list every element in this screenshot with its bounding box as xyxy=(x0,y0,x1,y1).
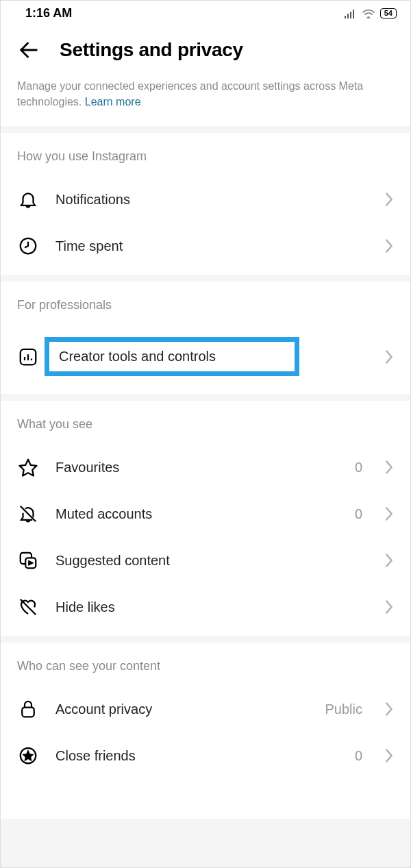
suggested-content-icon xyxy=(17,549,39,571)
row-favourites[interactable]: Favourites 0 xyxy=(1,444,410,491)
row-label: Suggested content xyxy=(55,553,368,569)
bell-icon xyxy=(17,188,39,210)
section-usage: How you use Instagram Notifications Time… xyxy=(1,133,410,275)
row-value: Public xyxy=(325,702,362,717)
insights-icon xyxy=(17,346,39,368)
svg-rect-0 xyxy=(345,16,346,18)
row-value: 0 xyxy=(355,460,362,475)
learn-more-link[interactable]: Learn more xyxy=(85,96,141,108)
description-text: Manage your connected experiences and ac… xyxy=(17,80,363,108)
row-notifications[interactable]: Notifications xyxy=(1,176,410,223)
status-bar: 1:16 AM 54 xyxy=(1,1,410,26)
status-time: 1:16 AM xyxy=(25,6,72,21)
row-label: Muted accounts xyxy=(55,506,338,522)
row-value: 0 xyxy=(355,506,362,522)
row-hide-likes[interactable]: Hide likes xyxy=(1,584,410,630)
row-label: Favourites xyxy=(55,460,338,475)
highlight-creator-tools: Creator tools and controls xyxy=(45,337,299,376)
star-icon xyxy=(17,456,39,478)
row-suggested-content[interactable]: Suggested content xyxy=(1,537,410,584)
signal-icon xyxy=(345,9,357,18)
lock-icon xyxy=(17,698,39,720)
chevron-right-icon xyxy=(384,192,394,207)
heart-off-icon xyxy=(17,596,39,618)
row-close-friends[interactable]: Close friends 0 xyxy=(1,732,410,779)
svg-rect-3 xyxy=(353,10,354,18)
chevron-right-icon xyxy=(384,506,394,521)
row-label: Account privacy xyxy=(55,702,309,717)
wifi-icon xyxy=(362,9,375,18)
status-indicators: 54 xyxy=(345,8,397,18)
row-muted-accounts[interactable]: Muted accounts 0 xyxy=(1,491,410,537)
svg-marker-10 xyxy=(20,460,37,476)
bell-off-icon xyxy=(17,503,39,525)
page-header: Settings and privacy xyxy=(1,26,410,78)
chevron-right-icon xyxy=(384,238,394,253)
row-label: Notifications xyxy=(55,192,368,208)
chevron-right-icon xyxy=(384,599,394,615)
section-professionals: For professionals Creator tools and cont… xyxy=(1,282,410,394)
page-description: Manage your connected experiences and ac… xyxy=(1,78,410,126)
clock-icon xyxy=(17,235,39,257)
row-time-spent[interactable]: Time spent xyxy=(1,223,410,269)
section-professionals-title: For professionals xyxy=(1,298,410,325)
row-label: Close friends xyxy=(55,748,338,764)
bottom-spacer xyxy=(1,784,410,819)
svg-rect-16 xyxy=(22,708,34,717)
page-title: Settings and privacy xyxy=(60,39,243,61)
chevron-right-icon xyxy=(384,460,394,475)
chevron-right-icon xyxy=(384,748,394,763)
chevron-right-icon xyxy=(384,349,394,364)
row-account-privacy[interactable]: Account privacy Public xyxy=(1,686,410,732)
row-label: Time spent xyxy=(55,238,368,254)
section-who-sees-title: Who can see your content xyxy=(1,659,410,686)
row-label: Creator tools and controls xyxy=(59,349,285,364)
svg-rect-2 xyxy=(350,12,351,18)
chevron-right-icon xyxy=(384,702,394,717)
row-value: 0 xyxy=(355,748,362,764)
chevron-right-icon xyxy=(384,553,394,568)
star-circle-icon xyxy=(17,745,39,767)
svg-rect-1 xyxy=(347,14,349,18)
section-what-you-see: What you see Favourites 0 Muted accounts… xyxy=(1,401,410,636)
svg-marker-18 xyxy=(24,752,33,760)
back-icon[interactable] xyxy=(17,38,40,62)
battery-icon: 54 xyxy=(380,8,397,18)
row-creator-tools[interactable]: Creator tools and controls xyxy=(1,325,410,388)
section-usage-title: How you use Instagram xyxy=(1,149,410,176)
section-who-sees: Who can see your content Account privacy… xyxy=(1,643,410,784)
row-label: Hide likes xyxy=(55,599,368,615)
section-what-you-see-title: What you see xyxy=(1,417,410,444)
